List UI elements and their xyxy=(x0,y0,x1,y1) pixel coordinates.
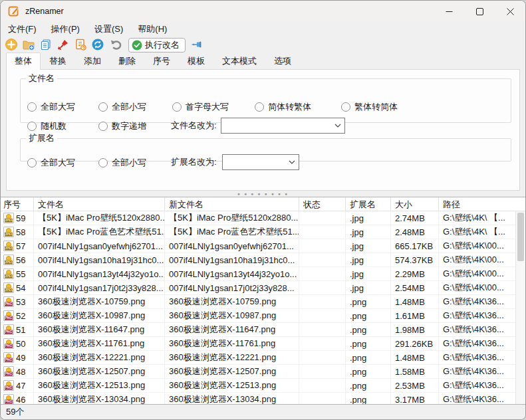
file-type-badge: PNG xyxy=(5,372,13,376)
cell-seq: JPEG56 xyxy=(1,253,34,266)
undo-button[interactable] xyxy=(107,37,123,53)
menu-item-2[interactable]: 设置(S) xyxy=(88,22,129,37)
add-folder-button[interactable] xyxy=(21,37,37,53)
filename-radio-r2-0[interactable]: 随机数 xyxy=(27,120,66,132)
table-row[interactable]: PNG51360极速浏览器X-11647.png360极速浏览器X-11647.… xyxy=(1,323,515,337)
table-row[interactable]: PNG48360极速浏览器X-12507.png360极速浏览器X-12507.… xyxy=(1,365,515,379)
cell-filename: 360极速浏览器X-12221.png xyxy=(34,351,165,364)
table-row[interactable]: JPEG59【5K】iMac Pro壁纸5120x2880...【5K】iMac… xyxy=(1,211,515,225)
rename-preview-button[interactable] xyxy=(72,37,88,53)
filename-radio-r1-1[interactable]: 全部小写 xyxy=(98,101,146,113)
extension-radio-1[interactable]: 全部小写 xyxy=(98,157,146,169)
column-header-0[interactable]: 序号 xyxy=(1,197,34,211)
png-file-icon: PNG xyxy=(3,380,14,391)
cell-seq: JPEG55 xyxy=(1,267,34,280)
menu-item-3[interactable]: 帮助(H) xyxy=(132,22,173,37)
table-row[interactable]: JPEG58【5K】iMac Pro蓝色艺术壁纸51...【5K】iMac Pr… xyxy=(1,225,515,239)
tab-0[interactable]: 整体 xyxy=(6,52,41,70)
column-header-5[interactable]: 大小 xyxy=(391,197,439,211)
tab-4[interactable]: 序号 xyxy=(144,52,179,70)
table-row[interactable]: PNG49360极速浏览器X-12221.png360极速浏览器X-12221.… xyxy=(1,351,515,365)
tab-7[interactable]: 选项 xyxy=(265,52,300,70)
pin-icon xyxy=(190,38,203,53)
file-type-badge: JPEG xyxy=(5,247,13,251)
table-row[interactable]: PNG47360极速浏览器X-12513.png360极速浏览器X-12513.… xyxy=(1,379,515,393)
extension-rename-combobox[interactable] xyxy=(222,154,299,170)
cell-status xyxy=(299,267,346,280)
tab-6[interactable]: 文本模式 xyxy=(213,52,265,70)
copy-list-button[interactable] xyxy=(38,37,54,53)
table-row[interactable]: PNG46360极速浏览器X-13034.png360极速浏览器X-13034.… xyxy=(1,393,515,404)
filename-rename-combobox[interactable] xyxy=(221,118,345,134)
tab-2[interactable]: 添加 xyxy=(75,52,110,70)
jpeg-file-icon: JPEG xyxy=(3,255,14,265)
cell-filename: 360极速浏览器X-12507.png xyxy=(34,365,165,378)
execute-rename-button[interactable]: 执行改名 xyxy=(128,38,186,52)
column-header-3[interactable]: 状态 xyxy=(299,197,346,211)
close-button[interactable] xyxy=(495,1,525,22)
extension-radio-0[interactable]: 全部大写 xyxy=(27,157,75,169)
undo-icon xyxy=(108,38,122,53)
table-row[interactable]: JPEG54007if4LNly1gsan17j0t2j33y828...007… xyxy=(1,281,515,295)
vertical-scrollbar[interactable] xyxy=(515,211,525,404)
ext-rename-to-label: 扩展名改为: xyxy=(171,154,217,170)
table-row[interactable]: JPEG56007if4LNly1gsan10ha19j31hc0...007i… xyxy=(1,253,515,267)
column-header-2[interactable]: 新文件名 xyxy=(165,197,299,211)
refresh-button[interactable] xyxy=(90,37,106,53)
column-header-6[interactable]: 路径 xyxy=(439,197,515,211)
menu-item-1[interactable]: 操作(P) xyxy=(45,22,86,37)
cell-extension: .jpg xyxy=(346,253,391,266)
menu-item-0[interactable]: 文件(F) xyxy=(2,22,43,37)
maximize-button[interactable] xyxy=(464,1,495,22)
cell-path: G:\壁纸\4K\36... xyxy=(439,309,515,322)
splitter-dots-icon: ● ● ● ● ● ● ● ● xyxy=(237,193,289,195)
cell-new-filename: 007if4LNly1gsan13yt44j32yo1o... xyxy=(165,267,299,280)
png-file-icon: PNG xyxy=(3,324,14,335)
scrollbar-thumb[interactable] xyxy=(517,213,524,261)
filename-radio-r2-1[interactable]: 数字递增 xyxy=(98,120,146,132)
cell-size: 2.53MB xyxy=(391,379,439,392)
filename-radio-r1-3[interactable]: 简体转繁体 xyxy=(255,101,311,113)
cell-status xyxy=(299,281,346,294)
table-row[interactable]: PNG50360极速浏览器X-11761.png360极速浏览器X-11761.… xyxy=(1,337,515,351)
cell-filename: 007if4LNly1gsan0yefwhj62701... xyxy=(34,239,165,253)
tab-1[interactable]: 替换 xyxy=(41,52,75,70)
file-type-badge: JPEG xyxy=(5,261,13,264)
minimize-button[interactable] xyxy=(434,1,464,22)
cell-seq: PNG49 xyxy=(1,351,34,364)
jpeg-file-icon: JPEG xyxy=(3,282,14,293)
cell-status xyxy=(299,295,346,308)
column-header-1[interactable]: 文件名 xyxy=(34,197,165,211)
tab-3[interactable]: 删除 xyxy=(110,52,144,70)
column-header-4[interactable]: 扩展名 xyxy=(346,197,391,211)
cell-size: 1.48MB xyxy=(391,295,439,308)
filename-radio-r1-4-label: 繁体转简体 xyxy=(354,101,398,113)
cell-filename: 【5K】iMac Pro壁纸5120x2880... xyxy=(34,211,165,225)
jpeg-file-icon: JPEG xyxy=(3,213,14,223)
cell-filename: 360极速浏览器X-13034.png xyxy=(34,393,165,404)
table-row[interactable]: PNG53360极速浏览器X-10759.png360极速浏览器X-10759.… xyxy=(1,295,515,309)
clear-list-button[interactable] xyxy=(55,37,71,53)
radio-circle-icon xyxy=(27,122,37,131)
radio-circle-icon xyxy=(98,122,108,131)
cell-new-filename: 360极速浏览器X-11647.png xyxy=(165,323,299,336)
cell-new-filename: 360极速浏览器X-12513.png xyxy=(165,379,299,392)
tab-5[interactable]: 模板 xyxy=(179,52,213,70)
filename-radio-r1-2[interactable]: 首字母大写 xyxy=(172,101,229,113)
cell-path: G:\壁纸\4K\36... xyxy=(439,295,515,308)
cell-path: G:\壁纸\4K\ 【... xyxy=(439,211,515,225)
filename-radio-r1-0[interactable]: 全部大写 xyxy=(27,101,75,113)
table-row[interactable]: JPEG57007if4LNly1gsan0yefwhj62701...007i… xyxy=(1,239,515,253)
table-row[interactable]: JPEG55007if4LNly1gsan13yt44j32yo1o...007… xyxy=(1,267,515,281)
cell-path: G:\壁纸\4K\36... xyxy=(439,337,515,350)
table-row[interactable]: PNG52360极速浏览器X-10987.png360极速浏览器X-10987.… xyxy=(1,309,515,323)
add-files-button[interactable] xyxy=(3,37,19,53)
rename-to-label: 文件名改为: xyxy=(171,118,217,134)
png-file-icon: PNG xyxy=(3,296,14,307)
splitter-handle[interactable]: ● ● ● ● ● ● ● ● xyxy=(1,191,525,197)
filename-radio-r1-4[interactable]: 繁体转简体 xyxy=(341,101,398,113)
pin-button[interactable] xyxy=(188,37,204,53)
row-number: 51 xyxy=(16,325,25,335)
add-files-icon xyxy=(5,38,18,53)
cell-new-filename: 007if4LNly1gsan17j0t2j33y828... xyxy=(165,281,299,294)
